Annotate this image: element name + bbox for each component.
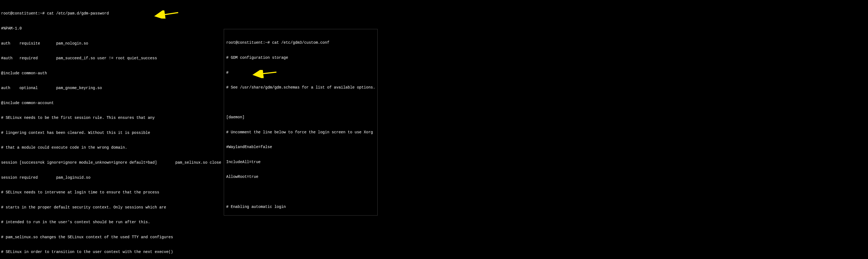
output-line: # GDM configuration storage	[226, 55, 375, 60]
output-line: #WaylandEnable=false	[226, 145, 375, 149]
output-line: session required pam_loginuid.so	[1, 175, 221, 180]
output-line: # SELinux in order to transition to the …	[1, 250, 221, 254]
output-line: # SELinux needs to be the first session …	[1, 115, 221, 120]
output-line: # pam_selinux.so changes the SELinux con…	[1, 235, 221, 239]
output-line	[226, 189, 375, 194]
output-line: # starts in the proper default security …	[1, 205, 221, 210]
terminal-left-pane[interactable]: root@constituent:~# cat /etc/pam.d/gdm-p…	[1, 1, 221, 259]
output-line: [daemon]	[226, 115, 375, 120]
prompt-text: root@constituent:~#	[226, 40, 272, 45]
prompt-text: root@constituent:~#	[1, 11, 47, 16]
command-text: cat /etc/gdm3/custom.conf	[272, 40, 329, 45]
output-line: @include common-auth	[1, 71, 221, 76]
output-line: # See /usr/share/gdm/gdm.schemas for a l…	[226, 85, 375, 90]
output-line: auth requisite pam_nologin.so	[1, 41, 221, 46]
output-line: session [success=ok ignore=ignore module…	[1, 160, 221, 165]
output-line: #%PAM-1.0	[1, 26, 221, 31]
output-line: # that a module could execute code in th…	[1, 145, 221, 150]
output-line: # intended to run in the user's context …	[1, 220, 221, 225]
output-line: @include common-account	[1, 100, 221, 106]
output-line: #auth required pam_succeed_if.so user !=…	[1, 56, 221, 61]
output-line: # Uncomment the line below to force the …	[226, 130, 375, 135]
output-line: # lingering context has been cleared. Wi…	[1, 130, 221, 135]
terminal-right-pane[interactable]: root@constituent:~# cat /etc/gdm3/custom…	[224, 29, 378, 215]
command-text: cat /etc/pam.d/gdm-password	[47, 11, 109, 16]
output-line	[226, 100, 375, 105]
output-line: # SELinux needs to intervene at login ti…	[1, 190, 221, 195]
output-line: auth optional pam_gnome_keyring.so	[1, 86, 221, 90]
output-line: IncludeAll=true	[226, 160, 375, 165]
output-line: #	[226, 70, 375, 75]
output-line: AllowRoot=true	[226, 174, 375, 179]
output-line: # Enabling automatic login	[226, 204, 375, 209]
